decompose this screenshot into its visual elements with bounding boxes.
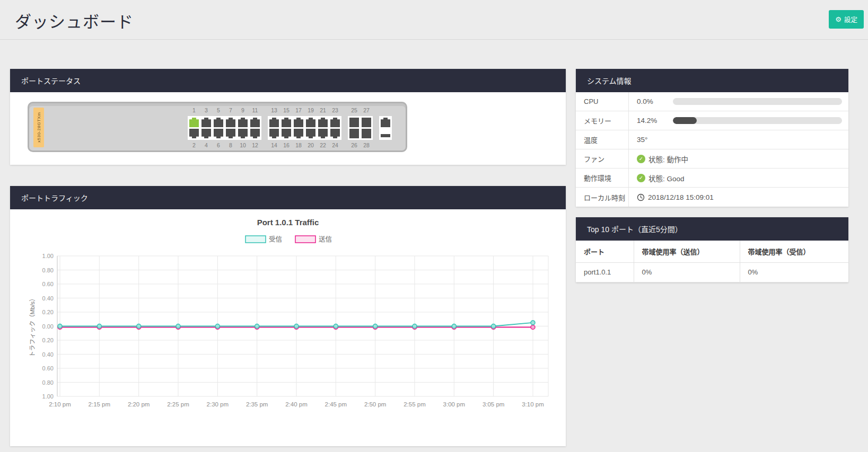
data-point-rx bbox=[531, 321, 535, 325]
data-point-tx bbox=[531, 325, 535, 330]
traffic-chart: Port 1.0.1 Traffic受信送信1.000.800.600.400.… bbox=[10, 209, 566, 446]
x-tick-label: 2:20 pm bbox=[128, 401, 150, 407]
clock-icon bbox=[637, 193, 645, 201]
port-10[interactable] bbox=[238, 129, 248, 138]
port-12[interactable] bbox=[250, 129, 260, 138]
port-group-2: 131517192123141618202224 bbox=[268, 106, 341, 149]
port-6[interactable] bbox=[214, 129, 223, 138]
x-tick-label: 2:10 pm bbox=[49, 401, 71, 407]
x-tick-label: 3:00 pm bbox=[443, 401, 466, 407]
system-row: 温度35° bbox=[576, 130, 848, 149]
port-18[interactable] bbox=[294, 129, 303, 138]
dashboard-page: ダッシュボード ⚙ 設定 ポートステータス x530-28GTXm 135791… bbox=[0, 0, 868, 452]
y-tick-label: 0.20 bbox=[42, 337, 54, 343]
port-number: 4 bbox=[201, 142, 211, 149]
y-tick-label: 0.60 bbox=[42, 365, 54, 371]
port-number: 11 bbox=[250, 107, 260, 114]
legend-swatch[interactable] bbox=[246, 236, 266, 243]
port-1[interactable] bbox=[189, 118, 199, 127]
system-value-text: 状態: 動作中 bbox=[648, 154, 688, 164]
port-24[interactable] bbox=[330, 129, 340, 138]
port-number: 25 bbox=[349, 107, 359, 114]
top-ports-cell: port1.0.1 bbox=[576, 262, 634, 282]
port-numbers-bottom: 141618202224 bbox=[269, 142, 340, 149]
port-group-3: 25272628 bbox=[348, 106, 373, 149]
system-info-table: CPU0.0%メモリー14.2%温度35°ファン✓状態: 動作中動作環境✓状態:… bbox=[576, 92, 848, 207]
system-row-value: 0.0% bbox=[629, 98, 848, 105]
system-row-value: ✓状態: Good bbox=[629, 173, 848, 183]
stack-slot bbox=[381, 134, 390, 137]
system-row-label: 温度 bbox=[576, 130, 629, 149]
port-16[interactable] bbox=[282, 129, 291, 138]
port-2[interactable] bbox=[189, 129, 199, 138]
port-number: 17 bbox=[294, 107, 303, 114]
port-26[interactable] bbox=[349, 129, 359, 138]
x-tick-label: 2:35 pm bbox=[246, 401, 268, 407]
system-row-label: CPU bbox=[576, 92, 629, 111]
port-11[interactable] bbox=[250, 118, 260, 127]
port-5[interactable] bbox=[214, 118, 223, 127]
chart-title: Port 1.0.1 Traffic bbox=[257, 218, 319, 227]
system-value-text: 0.0% bbox=[637, 98, 670, 105]
page-header: ダッシュボード ⚙ 設定 bbox=[0, 0, 868, 40]
port-strip bbox=[379, 116, 392, 140]
port-number: 9 bbox=[238, 107, 248, 114]
port-25[interactable] bbox=[349, 118, 359, 127]
legend-swatch[interactable] bbox=[295, 236, 315, 243]
x-tick-label: 2:45 pm bbox=[325, 401, 347, 407]
port-27[interactable] bbox=[362, 118, 371, 127]
top-ports-title: Top 10 ポート（直近5分間） bbox=[587, 224, 682, 234]
port-number: 19 bbox=[306, 107, 315, 114]
console-port[interactable] bbox=[381, 118, 390, 127]
port-numbers-top: 2527 bbox=[349, 107, 371, 114]
port-17[interactable] bbox=[294, 118, 303, 127]
status-ok-icon: ✓ bbox=[637, 174, 645, 182]
y-tick-label: 0.40 bbox=[42, 351, 54, 358]
port-status-title: ポートステータス bbox=[21, 75, 81, 86]
port-20[interactable] bbox=[306, 129, 315, 138]
settings-button[interactable]: ⚙ 設定 bbox=[829, 10, 864, 29]
port-number: 23 bbox=[330, 107, 340, 114]
port-4[interactable] bbox=[201, 129, 211, 138]
port-7[interactable] bbox=[226, 118, 235, 127]
legend-label[interactable]: 送信 bbox=[319, 235, 332, 243]
system-row-label: ファン bbox=[576, 149, 629, 168]
top-ports-cell: 0% bbox=[740, 262, 848, 282]
port-14[interactable] bbox=[269, 129, 279, 138]
y-tick-label: 0.20 bbox=[42, 309, 54, 315]
system-value-text: 状態: Good bbox=[648, 173, 685, 183]
x-tick-label: 2:55 pm bbox=[404, 401, 426, 407]
top-ports-column-header: 帯域使用率（受信） bbox=[740, 241, 848, 262]
port-number: 26 bbox=[349, 142, 359, 149]
port-21[interactable] bbox=[318, 118, 328, 127]
port-number: 3 bbox=[201, 107, 211, 114]
data-point-rx bbox=[492, 324, 496, 329]
port-number: 14 bbox=[269, 142, 279, 149]
system-row: メモリー14.2% bbox=[576, 111, 848, 130]
port-numbers-top: 131517192123 bbox=[269, 107, 340, 114]
port-numbers-bottom bbox=[381, 142, 390, 149]
data-point-rx bbox=[334, 324, 338, 329]
port-3[interactable] bbox=[201, 118, 211, 127]
port-strip bbox=[188, 116, 261, 140]
legend-label[interactable]: 受信 bbox=[269, 236, 282, 243]
page-title: ダッシュボード bbox=[15, 8, 134, 32]
port-8[interactable] bbox=[226, 129, 235, 138]
y-tick-label: 0.80 bbox=[42, 267, 54, 273]
port-group-4 bbox=[379, 106, 392, 149]
port-28[interactable] bbox=[362, 129, 371, 138]
port-groups: 1357911246810121315171921231416182022242… bbox=[188, 106, 392, 149]
system-value-text: 35° bbox=[637, 136, 647, 144]
port-13[interactable] bbox=[269, 118, 279, 127]
port-number: 2 bbox=[189, 142, 199, 149]
port-22[interactable] bbox=[318, 129, 328, 138]
port-19[interactable] bbox=[306, 118, 315, 127]
port-number: 20 bbox=[306, 142, 315, 149]
port-23[interactable] bbox=[330, 118, 340, 127]
port-15[interactable] bbox=[282, 118, 291, 127]
top-ports-column-header: 帯域使用率（送信） bbox=[634, 241, 740, 262]
port-numbers-bottom: 2628 bbox=[349, 142, 371, 149]
system-info-title: システム情報 bbox=[587, 75, 632, 86]
port-9[interactable] bbox=[238, 118, 248, 127]
status-ok-icon: ✓ bbox=[637, 155, 645, 163]
